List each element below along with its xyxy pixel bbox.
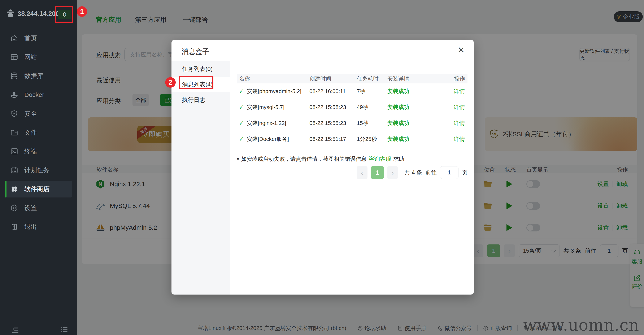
close-icon[interactable]: ✕: [458, 46, 464, 54]
sidebar-item-cron[interactable]: 计划任务: [0, 161, 77, 180]
website-icon: [10, 53, 18, 61]
success-check-icon: ✓: [239, 120, 244, 126]
success-check-icon: ✓: [239, 136, 244, 142]
detail-link[interactable]: 详情: [453, 104, 468, 111]
sidebar-item-website[interactable]: 网站: [0, 48, 77, 66]
bullet-icon: •: [237, 155, 239, 162]
appstore-icon: [10, 185, 18, 193]
total-count: 共 4 条: [404, 169, 422, 176]
sidebar: 38.244.14.200 0 首页 网站 数据库 Docker 安全: [0, 0, 77, 335]
sidebar-item-appstore[interactable]: 软件商店: [5, 181, 72, 198]
success-check-icon: ✓: [239, 104, 244, 111]
tab-task-list[interactable]: 任务列表(0): [172, 61, 230, 77]
sidebar-item-files[interactable]: 文件: [0, 123, 77, 142]
exit-icon: [10, 223, 18, 231]
server-ip: 38.244.14.200: [18, 10, 59, 18]
goto-label: 前往: [425, 169, 437, 176]
message-row: ✓安装[mysql-5.7] 08-22 15:58:23 49秒 安装成功 详…: [237, 99, 468, 115]
modal-pagination: ‹ 1 › 共 4 条 前往 页: [356, 166, 468, 180]
shield-check-icon: [10, 110, 18, 118]
collapse-sidebar-icon[interactable]: [11, 325, 19, 333]
calendar-icon: [10, 166, 18, 174]
docker-icon: [10, 90, 18, 99]
folder-icon: [10, 128, 18, 137]
bt-panel-screen: 38.244.14.200 0 首页 网站 数据库 Docker 安全: [0, 0, 644, 335]
annotation-box-1: [55, 6, 73, 23]
message-row: ✓安装[phpmyadmin-5.2] 08-22 16:00:11 7秒 安装…: [237, 84, 468, 99]
tab-exec-log[interactable]: 执行日志: [172, 92, 230, 108]
site-watermark: www.uomn.cn: [523, 316, 639, 334]
message-row: ✓安装[Docker服务] 08-22 15:51:17 1分25秒 安装成功 …: [237, 131, 468, 147]
modal-tab-list: 任务列表(0) 消息列表(4) 执行日志: [172, 61, 230, 294]
settings-icon: [10, 204, 18, 212]
current-page-button[interactable]: 1: [371, 166, 384, 179]
sidebar-item-logout[interactable]: 退出: [0, 218, 77, 236]
task-list-icon[interactable]: [60, 325, 68, 333]
bt-logo-icon: [6, 9, 15, 18]
message-table-header: 名称 创建时间 任务耗时 安装详情 操作: [237, 74, 468, 84]
next-page-button[interactable]: ›: [387, 166, 398, 179]
consult-support-link[interactable]: 咨询客服: [369, 155, 392, 163]
message-row: ✓安装[nginx-1.22] 08-22 15:55:23 15秒 安装成功 …: [237, 115, 468, 131]
page-unit-label: 页: [462, 169, 468, 176]
message-table: 名称 创建时间 任务耗时 安装详情 操作 ✓安装[phpmyadmin-5.2]…: [237, 74, 468, 147]
detail-link[interactable]: 详情: [453, 120, 468, 127]
sidebar-item-database[interactable]: 数据库: [0, 66, 77, 85]
database-icon: [10, 72, 18, 80]
annotation-box-2: [179, 76, 214, 89]
sidebar-item-security[interactable]: 安全: [0, 104, 77, 123]
sidebar-item-terminal[interactable]: 终端: [0, 142, 77, 161]
prev-page-button[interactable]: ‹: [356, 166, 368, 179]
message-box-modal: 消息盒子 ✕ 任务列表(0) 消息列表(4) 执行日志 名称 创建时间 任务耗时…: [172, 40, 474, 294]
modal-title: 消息盒子: [182, 47, 209, 56]
sidebar-item-settings[interactable]: 设置: [0, 198, 77, 218]
terminal-icon: [10, 147, 18, 156]
detail-link[interactable]: 详情: [453, 88, 468, 95]
sidebar-item-docker[interactable]: Docker: [0, 85, 77, 104]
modal-help-note: • 如安装或启动失败，请点击详情，截图相关错误信息 咨询客服 求助: [237, 155, 404, 163]
sidebar-menu: 首页 网站 数据库 Docker 安全 文件: [0, 29, 77, 236]
goto-page-input[interactable]: [440, 166, 458, 179]
home-icon: [10, 34, 18, 42]
annotation-marker-1: 1: [77, 6, 87, 17]
annotation-marker-2: 2: [165, 77, 176, 88]
success-check-icon: ✓: [239, 88, 244, 95]
detail-link[interactable]: 详情: [453, 136, 468, 143]
sidebar-item-home[interactable]: 首页: [0, 29, 77, 48]
